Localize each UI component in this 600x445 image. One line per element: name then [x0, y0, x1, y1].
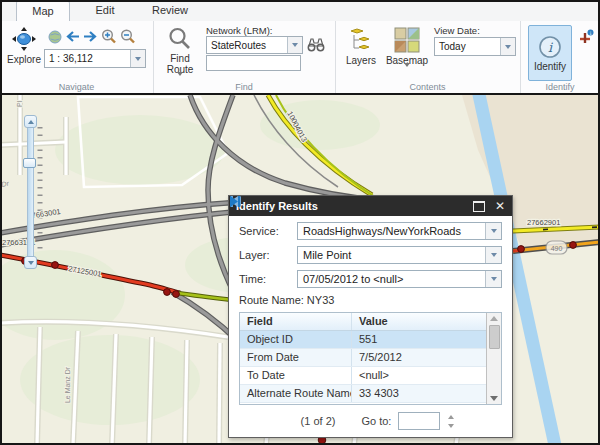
goto-spinner[interactable]	[448, 415, 454, 428]
chevron-down-icon	[500, 38, 515, 55]
scroll-up-icon[interactable]	[490, 316, 498, 321]
explore-button[interactable]: Explore	[4, 26, 44, 65]
table-scrollbar[interactable]	[486, 313, 501, 404]
route-shield-490: 490	[546, 241, 567, 254]
layer-label: Layer:	[239, 249, 297, 261]
route-name-text: Route Name: NY33	[239, 294, 502, 306]
group-label-find: Find	[153, 82, 335, 92]
route-id-label: 27662901	[527, 218, 560, 227]
identify-button[interactable]: i Identify	[528, 25, 572, 81]
column-header-value[interactable]: Value	[352, 313, 486, 330]
service-label: Service:	[239, 225, 297, 237]
scroll-down-icon[interactable]	[490, 396, 498, 401]
tab-map[interactable]: Map	[16, 1, 70, 23]
group-label-navigate: Navigate	[0, 82, 153, 92]
identify-icon: i	[538, 35, 562, 61]
ribbon: Explore 1 : 36,112	[0, 21, 600, 93]
group-contents: Layers Basemap View Date:	[335, 21, 521, 93]
street-name-label: Le Manz Dr	[64, 366, 71, 403]
chevron-down-icon	[485, 247, 501, 263]
basemap-icon	[394, 27, 420, 55]
dialog-title: Identify Results	[236, 200, 318, 212]
layers-button[interactable]: Layers	[343, 27, 379, 66]
map-canvas[interactable]: 490 27663001 27663101 27125001 10004013 …	[0, 95, 600, 445]
slider-track[interactable]	[27, 128, 34, 256]
slider-zoom-out-button[interactable]	[24, 256, 37, 269]
dialog-title-bar[interactable]: Identify Results ✕	[229, 196, 512, 216]
tab-edit[interactable]: Edit	[76, 1, 134, 20]
find-route-magnifier-icon	[168, 27, 192, 53]
explore-icon	[11, 26, 37, 54]
chevron-down-icon	[287, 37, 302, 53]
chevron-down-icon	[485, 223, 501, 239]
table-row[interactable]: Alternate Route Name 33 4303	[240, 385, 486, 403]
spinner-up-icon	[448, 415, 454, 419]
chevron-down-icon	[485, 271, 501, 287]
map-scale-combo[interactable]: 1 : 36,112	[44, 49, 146, 68]
layer-combo[interactable]: Mile Point	[297, 246, 502, 264]
table-row[interactable]: Object ID 551	[240, 331, 486, 349]
goto-page-input[interactable]	[398, 412, 440, 430]
spinner-down-icon	[448, 424, 454, 428]
close-icon[interactable]: ✕	[495, 200, 505, 212]
group-navigate: Explore 1 : 36,112	[0, 21, 154, 93]
application-window: Map Edit Review Explore	[0, 0, 600, 445]
ribbon-tab-bar: Map Edit Review	[0, 0, 600, 22]
group-identify: i Identify i Identify	[520, 21, 600, 93]
chevron-down-icon	[130, 50, 145, 67]
chevron-down-icon	[28, 261, 34, 265]
group-label-contents: Contents	[335, 82, 520, 92]
slider-zoom-in-button[interactable]	[24, 115, 37, 128]
chevron-down-icon	[404, 67, 410, 78]
group-find: Find Route Network (LRM): StateRoutes Fi…	[153, 21, 336, 93]
view-date-combo[interactable]: Today	[434, 37, 516, 56]
identify-route-characteristics-icon[interactable]: i	[578, 29, 594, 45]
time-combo[interactable]: 07/05/2012 to <null>	[297, 270, 502, 288]
find-route-button[interactable]: Find Route	[160, 27, 200, 87]
zoom-out-icon[interactable]	[120, 29, 136, 44]
group-label-identify: Identify	[520, 82, 600, 92]
pagination-bar: (1 of 2) Go to:	[239, 405, 502, 437]
map-zoom-slider[interactable]	[24, 115, 37, 269]
svg-text:490: 490	[551, 245, 563, 252]
table-header-row: Field Value	[240, 313, 486, 331]
time-label: Time:	[239, 273, 297, 285]
chevron-up-icon	[28, 120, 34, 124]
attribute-table: Field Value Object ID 551 From Date 7/5/…	[239, 312, 502, 405]
view-date-label: View Date:	[434, 25, 480, 36]
slider-thumb[interactable]	[23, 158, 36, 168]
full-extent-globe-icon[interactable]	[48, 30, 62, 44]
goto-label: Go to:	[361, 415, 391, 427]
tab-review[interactable]: Review	[138, 1, 202, 20]
page-indicator: (1 of 2)	[301, 415, 336, 427]
service-combo[interactable]: RoadsHighways/NewYorkRoads	[297, 222, 502, 240]
maximize-icon[interactable]	[473, 201, 485, 212]
table-row[interactable]: From Date 7/5/2012	[240, 349, 486, 367]
binoculars-icon[interactable]	[307, 36, 325, 52]
table-row[interactable]: To Date <null>	[240, 367, 486, 385]
forward-extent-arrow-icon[interactable]	[83, 30, 98, 43]
street-name-label: Dr	[1, 179, 10, 188]
basemap-button[interactable]: Basemap	[384, 27, 430, 78]
column-header-field[interactable]: Field	[240, 313, 352, 330]
identify-results-dialog: Identify Results ✕ Service: RoadsHighway…	[228, 195, 513, 438]
network-lrm-combo[interactable]: StateRoutes	[206, 36, 303, 54]
scroll-thumb[interactable]	[489, 325, 500, 349]
street-name-label: Pl	[16, 100, 23, 107]
back-extent-arrow-icon[interactable]	[65, 30, 80, 43]
zoom-in-icon[interactable]	[101, 29, 117, 44]
network-lrm-label: Network (LRM):	[206, 25, 273, 36]
layers-icon	[348, 27, 374, 55]
route-input[interactable]	[206, 55, 301, 71]
